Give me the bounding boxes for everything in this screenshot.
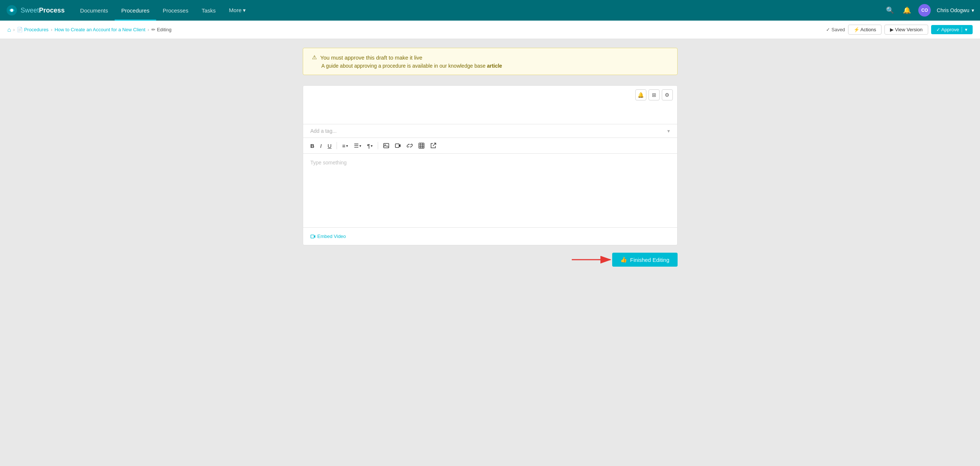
brand-name: SweetProcess — [21, 6, 65, 14]
unordered-list-button[interactable]: ☰ ▾ — [352, 141, 363, 150]
nav-item-documents[interactable]: Documents — [73, 0, 115, 21]
procedure-title-input[interactable]: How to Create an Account for a New Clien… — [303, 101, 677, 124]
nav-right: 🔍 🔔 CO Chris Odogwu ▾ — [885, 4, 974, 16]
warning-body: A guide about approving a procedure is a… — [312, 63, 668, 69]
underline-button[interactable]: U — [326, 141, 334, 150]
breadcrumb-sep-1: › — [13, 27, 15, 32]
breadcrumb-editing: ✏ Editing — [151, 27, 172, 32]
svg-rect-2 — [383, 144, 389, 148]
navbar: SweetProcess Documents Procedures Proces… — [0, 0, 980, 21]
notifications-button[interactable]: 🔔 — [901, 5, 912, 16]
brand[interactable]: SweetProcess — [6, 5, 65, 16]
search-button[interactable]: 🔍 — [885, 5, 896, 16]
bold-button[interactable]: B — [308, 141, 317, 150]
approve-button[interactable]: ✓ Approve ▾ — [931, 25, 973, 34]
user-menu[interactable]: Chris Odogwu ▾ — [937, 7, 974, 13]
rte-body[interactable]: Type something — [303, 154, 677, 227]
editor-top-actions: 🔔 ⊞ ⚙ — [303, 86, 677, 101]
brand-logo-icon — [6, 5, 18, 16]
finished-editing-button[interactable]: 👍 Finished Editing — [612, 253, 678, 267]
breadcrumb-procedures[interactable]: 📄 Procedures — [17, 27, 48, 32]
svg-point-1 — [10, 9, 13, 12]
breadcrumb-sep-3: › — [148, 27, 149, 32]
warning-icon: ⚠ — [312, 54, 317, 61]
video-button[interactable] — [393, 141, 403, 150]
svg-rect-11 — [310, 235, 314, 238]
breadcrumb: ⌂ › 📄 Procedures › How to Create an Acco… — [7, 27, 172, 33]
table-button[interactable] — [416, 141, 426, 150]
breadcrumb-actions: ✓ Saved ⚡ Actions ▶ View Version ✓ Appro… — [826, 25, 973, 35]
card-footer: Embed Video — [303, 227, 677, 245]
thumbs-up-icon: 👍 — [620, 256, 627, 263]
avatar[interactable]: CO — [918, 4, 931, 16]
toolbar-separator-2 — [378, 142, 378, 149]
nav-item-procedures[interactable]: Procedures — [115, 0, 156, 21]
tag-select[interactable]: Add a tag... ▾ — [303, 124, 677, 138]
article-link[interactable]: article — [487, 63, 502, 69]
ordered-list-button[interactable]: ≡ ▾ — [340, 141, 350, 150]
embed-video-button[interactable]: Embed Video — [310, 233, 346, 239]
notify-button[interactable]: 🔔 — [635, 89, 646, 101]
rte-placeholder: Type something — [310, 160, 347, 166]
warning-banner: ⚠ You must approve this draft to make it… — [303, 48, 678, 75]
saved-status: ✓ Saved — [826, 27, 845, 32]
svg-line-10 — [433, 143, 436, 146]
home-icon[interactable]: ⌂ — [7, 27, 11, 33]
main-content: ⚠ You must approve this draft to make it… — [296, 39, 685, 276]
image-button[interactable] — [381, 141, 391, 150]
tag-chevron-icon: ▾ — [667, 128, 670, 134]
settings-button[interactable]: ⚙ — [662, 89, 673, 101]
nav-item-more[interactable]: More ▾ — [222, 0, 253, 21]
breadcrumb-sep-2: › — [51, 27, 52, 32]
grid-button[interactable]: ⊞ — [649, 89, 660, 101]
external-embed-button[interactable] — [428, 141, 438, 150]
user-chevron-icon: ▾ — [972, 7, 974, 13]
link-button[interactable] — [404, 141, 415, 150]
actions-button[interactable]: ⚡ Actions — [848, 25, 882, 35]
svg-rect-4 — [395, 144, 399, 147]
svg-rect-5 — [419, 143, 424, 148]
red-arrow-icon — [572, 252, 616, 267]
rte-toolbar: B I U ≡ ▾ ☰ ▾ ¶ ▾ — [303, 138, 677, 154]
nav-links: Documents Procedures Processes Tasks Mor… — [73, 0, 885, 21]
arrow-container: 👍 Finished Editing — [612, 253, 678, 267]
nav-item-processes[interactable]: Processes — [156, 0, 195, 21]
italic-button[interactable]: I — [318, 141, 324, 150]
toolbar-separator-1 — [337, 142, 337, 149]
user-name: Chris Odogwu — [937, 7, 969, 13]
editor-card: 🔔 ⊞ ⚙ How to Create an Account for a New… — [303, 85, 678, 245]
approve-chevron-icon[interactable]: ▾ — [962, 27, 967, 32]
finished-editing-area: 👍 Finished Editing — [303, 245, 678, 267]
nav-item-tasks[interactable]: Tasks — [195, 0, 222, 21]
view-version-button[interactable]: ▶ View Version — [885, 25, 928, 35]
edit-icon: ✏ — [151, 27, 156, 32]
tag-placeholder: Add a tag... — [310, 128, 337, 134]
paragraph-button[interactable]: ¶ ▾ — [365, 141, 375, 150]
warning-title: ⚠ You must approve this draft to make it… — [312, 54, 668, 61]
breadcrumb-page-title[interactable]: How to Create an Account for a New Clien… — [54, 27, 145, 32]
breadcrumb-bar: ⌂ › 📄 Procedures › How to Create an Acco… — [0, 21, 980, 39]
